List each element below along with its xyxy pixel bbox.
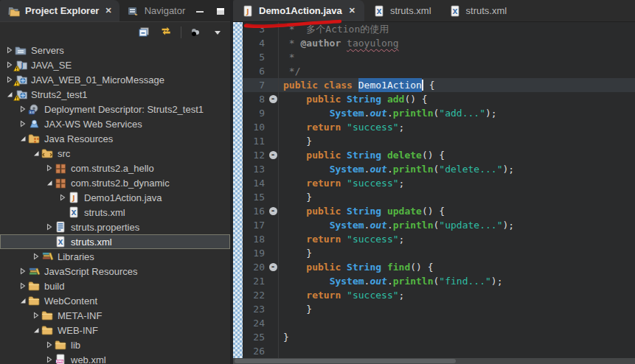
string-literal: "success" — [347, 120, 398, 134]
tree-item-javascript-resources[interactable]: JavaScript Resources — [0, 264, 230, 279]
fold-marker-icon[interactable]: - — [268, 151, 278, 159]
line-number: 5 — [243, 50, 268, 64]
tree-item-label: JAVA_WEB_01_MicroMessage — [31, 74, 164, 85]
line-number: 12 — [243, 148, 268, 162]
twist-collapsed-icon[interactable] — [44, 223, 55, 231]
twist-collapsed-icon[interactable] — [31, 312, 41, 319]
tree-item-java-web-01-micromessage[interactable]: JAVA_WEB_01_MicroMessage — [0, 72, 230, 87]
code-line-19[interactable]: 19 } — [243, 246, 635, 260]
tree-item-meta-inf[interactable]: META-INF — [0, 308, 230, 323]
tree-item-libraries[interactable]: Libraries — [0, 249, 230, 264]
code-text — [283, 162, 330, 176]
editor-tab-demo1action-java-0[interactable]: JDemo1Action.java✕ — [233, 0, 364, 21]
code-line-18[interactable]: 18 return "success"; — [243, 232, 635, 246]
code-line-5[interactable]: 5 * — [243, 50, 635, 64]
code-line-17[interactable]: 17 System.out.println("update..."); — [243, 218, 635, 232]
tree-item-lib[interactable]: lib — [0, 337, 230, 352]
tree-item-label: Struts2_test1 — [31, 89, 88, 100]
tree-item-com-struts2-b-dynamic[interactable]: com.struts2.b_dynamic — [0, 175, 230, 190]
collapse-all-button[interactable] — [136, 25, 153, 40]
tree-item-webcontent[interactable]: WebContent — [0, 293, 230, 308]
tree-item-demo1action-java[interactable]: JDemo1Action.java — [0, 190, 230, 205]
panel-tab-navigator[interactable]: Navigator — [119, 0, 193, 21]
twist-collapsed-icon[interactable] — [44, 164, 55, 172]
twist-expanded-icon[interactable] — [31, 150, 41, 157]
tree-item-struts2-test1[interactable]: Struts2_test1 — [0, 87, 230, 102]
tree-item-struts-properties[interactable]: struts.properties — [0, 220, 230, 234]
code-line-26[interactable]: 26 — [243, 344, 635, 358]
twist-collapsed-icon[interactable] — [4, 46, 15, 54]
minimize-icon[interactable] — [195, 6, 205, 16]
view-menu-button[interactable] — [187, 25, 204, 40]
fold-marker-icon[interactable]: - — [268, 95, 278, 103]
tree-item-struts-xml[interactable]: Xstruts.xml — [0, 205, 230, 220]
code-line-8[interactable]: 8- public String add() { — [243, 92, 635, 106]
tree-item-com-struts2-a-hello[interactable]: com.struts2.a_hello — [0, 161, 230, 175]
close-icon[interactable]: ✕ — [349, 6, 355, 15]
twist-expanded-icon[interactable] — [18, 297, 28, 304]
twist-collapsed-icon[interactable] — [31, 253, 41, 260]
twist-collapsed-icon[interactable] — [44, 341, 55, 349]
scrollbar-thumb[interactable] — [235, 359, 456, 363]
tree-item-src[interactable]: src — [0, 146, 230, 161]
twist-collapsed-icon[interactable] — [18, 282, 28, 290]
code-line-16[interactable]: 16- public String update() { — [243, 204, 635, 218]
code-line-7[interactable]: 7public class Demo1Action { — [243, 78, 635, 92]
tree-item-label: Deployment Descriptor: Struts2_test1 — [44, 104, 204, 115]
horizontal-scrollbar[interactable] — [233, 358, 635, 364]
code-line-22[interactable]: 22 return "success"; — [243, 288, 635, 302]
editor-left-ruler[interactable] — [233, 22, 243, 358]
code-text: () { — [404, 92, 427, 106]
editor-body: 3 * 多个Action的使用4 * @author taoyulong5 *6… — [233, 22, 635, 358]
tree-item-java-se[interactable]: JJAVA_SE — [0, 57, 230, 72]
twist-collapsed-icon[interactable] — [18, 120, 28, 127]
code-editor[interactable]: 3 * 多个Action的使用4 * @author taoyulong5 *6… — [243, 22, 635, 358]
code-line-12[interactable]: 12- public String delete() { — [243, 148, 635, 162]
twist-collapsed-icon[interactable] — [18, 267, 28, 275]
code-text: . — [387, 218, 393, 232]
code-line-24[interactable]: 24 — [243, 316, 635, 330]
code-text: } — [283, 302, 312, 316]
twist-collapsed-icon[interactable] — [18, 105, 28, 113]
twist-expanded-icon[interactable] — [44, 179, 55, 186]
code-line-21[interactable]: 21 System.out.println("find..."); — [243, 274, 635, 288]
keyword: return — [306, 176, 341, 190]
code-line-6[interactable]: 6 */ — [243, 64, 635, 78]
code-line-20[interactable]: 20- public String find() { — [243, 260, 635, 274]
tree-item-jax-ws-web-services[interactable]: JAX-WS Web Services — [0, 116, 230, 131]
view-menu-dropdown[interactable] — [209, 25, 226, 40]
code-line-9[interactable]: 9 System.out.println("add..."); — [243, 106, 635, 120]
panel-tab-project-explorer[interactable]: Project Explorer✕ — [0, 0, 119, 21]
code-line-3[interactable]: 3 * 多个Action的使用 — [243, 22, 635, 36]
twist-expanded-icon[interactable] — [31, 326, 41, 334]
code-line-4[interactable]: 4 * @author taoyulong — [243, 36, 635, 50]
line-number: 22 — [243, 288, 268, 302]
fold-marker-icon[interactable]: - — [268, 263, 278, 271]
tree-item-struts-xml[interactable]: Xstruts.xml — [0, 234, 230, 249]
code-line-14[interactable]: 14 return "success"; — [243, 176, 635, 190]
code-line-11[interactable]: 11 } — [243, 134, 635, 148]
java-file-icon: J — [68, 192, 80, 203]
code-line-15[interactable]: 15 } — [243, 190, 635, 204]
twist-collapsed-icon[interactable] — [58, 194, 68, 201]
code-line-10[interactable]: 10 return "success"; — [243, 120, 635, 134]
tree-item-web-xml[interactable]: XMLweb.xml — [0, 352, 230, 364]
code-line-13[interactable]: 13 System.out.println("delete..."); — [243, 162, 635, 176]
tree-item-servers[interactable]: Servers — [0, 43, 230, 57]
close-icon[interactable]: ✕ — [105, 6, 111, 15]
code-line-25[interactable]: 25} — [243, 330, 635, 344]
editor-tab-struts-xml-1[interactable]: Xstruts.xml — [364, 0, 440, 21]
link-with-editor-button[interactable] — [159, 25, 175, 40]
fold-marker-icon[interactable]: - — [268, 207, 278, 215]
tree-item-java-resources[interactable]: Java Resources — [0, 131, 230, 146]
twist-collapsed-icon[interactable] — [44, 356, 55, 363]
method-name: println — [393, 106, 434, 120]
string-literal: "success" — [347, 176, 398, 190]
tree-item-deployment-descriptor-struts2-test1[interactable]: 3.0Deployment Descriptor: Struts2_test1 — [0, 102, 230, 116]
tree-item-build[interactable]: build — [0, 279, 230, 293]
code-line-23[interactable]: 23 } — [243, 302, 635, 316]
tree-item-web-inf[interactable]: WEB-INF — [0, 323, 230, 337]
editor-tab-struts-xml-2[interactable]: Xstruts.xml — [440, 0, 516, 21]
maximize-icon[interactable] — [215, 6, 226, 16]
twist-expanded-icon[interactable] — [18, 135, 28, 142]
